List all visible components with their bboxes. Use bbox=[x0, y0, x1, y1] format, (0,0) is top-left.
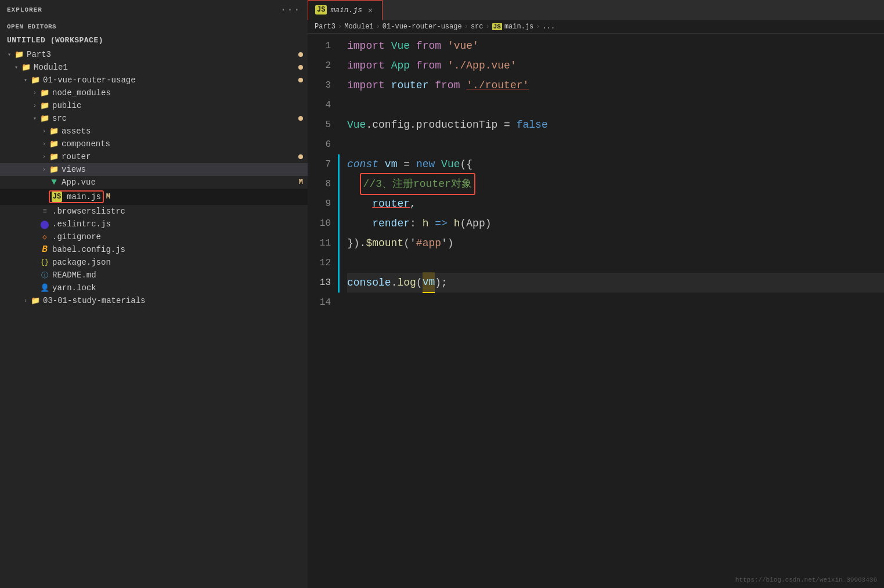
readme-icon: ⓘ bbox=[39, 270, 50, 280]
tree-arrow-src: ▾ bbox=[30, 115, 39, 122]
tree-item-views[interactable]: › 📁 views bbox=[0, 163, 308, 176]
line-num-1: 1 bbox=[308, 36, 331, 56]
breadcrumb-sep-4: › bbox=[485, 23, 489, 31]
token-close2-11: ') bbox=[441, 233, 454, 253]
token-vue-7: Vue bbox=[441, 154, 460, 174]
tree-item-package-json[interactable]: › {} package.json bbox=[0, 256, 308, 269]
folder-icon-part3: 📁 bbox=[14, 49, 24, 60]
json-icon: {} bbox=[39, 257, 50, 268]
token-import-1: import bbox=[347, 36, 385, 56]
tree-arrow-router-folder: › bbox=[39, 154, 49, 160]
code-line-9: router , bbox=[347, 194, 884, 214]
code-line-3: import router from './router' bbox=[347, 75, 884, 95]
breadcrumb-src: src bbox=[471, 23, 484, 31]
tree-item-readme[interactable]: › ⓘ README.md bbox=[0, 269, 308, 282]
token-from-2: from bbox=[416, 56, 441, 75]
token-console-13: console bbox=[347, 273, 391, 293]
token-arrow-10: => bbox=[428, 214, 453, 233]
token-open-13: ( bbox=[416, 273, 423, 293]
tree-label-yarn: yarn.lock bbox=[52, 283, 308, 293]
token-const-7: const bbox=[347, 154, 378, 174]
token-close-11: }). bbox=[347, 233, 366, 253]
sidebar-more-button[interactable]: ··· bbox=[280, 5, 301, 15]
tree-item-part3[interactable]: ▾ 📁 Part3 bbox=[0, 48, 308, 61]
folder-icon-public: 📁 bbox=[39, 100, 50, 111]
token-app-2: App bbox=[391, 56, 410, 75]
token-eq-7: = bbox=[403, 154, 410, 174]
tree-item-public[interactable]: › 📁 public bbox=[0, 99, 308, 112]
badge-vue-router bbox=[298, 78, 303, 82]
breadcrumb-vue-router: 01-vue-router-usage bbox=[383, 23, 462, 31]
badge-router bbox=[298, 154, 303, 159]
line-num-4: 4 bbox=[308, 95, 331, 115]
line-num-2: 2 bbox=[308, 56, 331, 75]
tree-item-gitignore[interactable]: › ◇ .gitignore bbox=[0, 230, 308, 243]
tree-item-src[interactable]: ▾ 📁 src bbox=[0, 112, 308, 125]
token-space-7c bbox=[410, 154, 416, 174]
token-space-3a bbox=[385, 75, 391, 95]
tree-item-yarn[interactable]: › 👤 yarn.lock bbox=[0, 282, 308, 294]
folder-icon-router: 📁 bbox=[49, 151, 59, 162]
explorer-title: EXPLORER bbox=[7, 6, 42, 13]
token-vue-1: Vue bbox=[391, 36, 410, 56]
token-render-10: render bbox=[372, 214, 410, 233]
sidebar: EXPLORER ··· OPEN EDITORS UNTITLED (WORK… bbox=[0, 0, 308, 588]
code-editor[interactable]: 1 2 3 4 5 6 7 8 9 10 11 12 13 14 import … bbox=[308, 34, 884, 588]
yarn-icon: 👤 bbox=[39, 283, 50, 293]
tree-item-main-js[interactable]: › JS main.js M bbox=[0, 189, 308, 205]
editor-area: JS main.js ✕ Part3 › Module1 › 01-vue-ro… bbox=[308, 0, 884, 588]
tree-item-eslintrc[interactable]: › ⬤ .eslintrc.js bbox=[0, 218, 308, 230]
code-line-11: }). $mount (' #app ') bbox=[347, 233, 884, 253]
tree-item-browserslistrc[interactable]: › ≡ .browserslistrc bbox=[0, 205, 308, 218]
tree-item-node-modules[interactable]: › 📁 node_modules bbox=[0, 86, 308, 99]
tree-item-app-vue[interactable]: › ▼ App.vue M bbox=[0, 176, 308, 189]
folder-icon-module1: 📁 bbox=[21, 62, 31, 73]
watermark: https://blog.csdn.net/weixin_39963436 bbox=[735, 576, 877, 583]
code-line-10: render : h => h (App) bbox=[347, 214, 884, 233]
token-space-3b bbox=[428, 75, 435, 95]
token-import-3: import bbox=[347, 75, 385, 95]
tree-item-module1[interactable]: ▾ 📁 Module1 bbox=[0, 61, 308, 74]
tree-label-part3: Part3 bbox=[27, 50, 298, 59]
tree-label-vue-router: 01-vue-router-usage bbox=[43, 75, 298, 85]
token-space-2a bbox=[385, 56, 391, 75]
tree-label-views: views bbox=[62, 165, 308, 174]
tab-bar: JS main.js ✕ bbox=[308, 0, 884, 20]
folder-icon-assets: 📁 bbox=[49, 126, 59, 136]
token-space-7d bbox=[435, 154, 441, 174]
js-icon-main: JS bbox=[52, 192, 62, 202]
tree-label-gitignore: .gitignore bbox=[52, 232, 308, 241]
tree-label-module1: Module1 bbox=[34, 63, 298, 72]
tree-label-browserslistrc: .browserslistrc bbox=[52, 207, 308, 216]
tree-item-components[interactable]: › 📁 components bbox=[0, 138, 308, 150]
line-num-11: 11 bbox=[308, 233, 331, 253]
tab-main-js[interactable]: JS main.js ✕ bbox=[308, 0, 383, 20]
token-space-5a bbox=[497, 115, 504, 135]
folder-icon-src: 📁 bbox=[39, 113, 50, 124]
line-num-13: 13 bbox=[308, 273, 331, 293]
tree-arrow-vue-router: ▾ bbox=[21, 77, 30, 84]
tree-item-assets[interactable]: › 📁 assets bbox=[0, 125, 308, 138]
token-new-7: new bbox=[416, 154, 435, 174]
tree-item-babel[interactable]: › B babel.config.js bbox=[0, 243, 308, 256]
token-vm-13: vm bbox=[423, 272, 435, 293]
badge-module1 bbox=[298, 65, 303, 70]
tree-item-study-materials[interactable]: › 📁 03-01-study-materials bbox=[0, 294, 308, 307]
line-num-8: 8 bbox=[308, 174, 331, 194]
token-colon-10: : bbox=[410, 214, 423, 233]
tree-item-vue-router-usage[interactable]: ▾ 📁 01-vue-router-usage bbox=[0, 74, 308, 86]
tree-label-components: components bbox=[62, 139, 308, 149]
token-space-1b bbox=[410, 36, 416, 56]
breadcrumb-sep-5: › bbox=[536, 23, 540, 31]
line-num-9: 9 bbox=[308, 194, 331, 214]
token-space-1c bbox=[441, 36, 448, 56]
tree-item-router[interactable]: › 📁 router bbox=[0, 150, 308, 163]
code-line-7: const vm = new Vue ({ bbox=[347, 154, 884, 174]
token-vue-5: Vue bbox=[347, 115, 366, 135]
tab-close-button[interactable]: ✕ bbox=[366, 5, 375, 15]
main-js-box: JS main.js bbox=[49, 190, 104, 203]
token-hash-11: #app bbox=[416, 233, 441, 253]
folder-icon-views: 📁 bbox=[49, 164, 59, 175]
token-open-11: (' bbox=[403, 233, 416, 253]
folder-icon-study: 📁 bbox=[30, 295, 41, 306]
